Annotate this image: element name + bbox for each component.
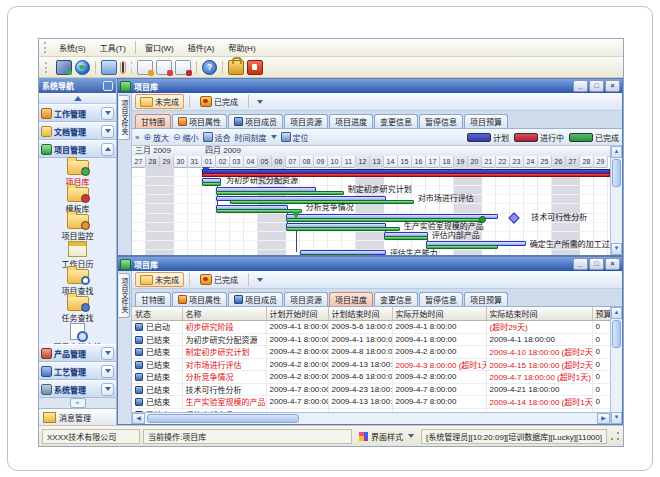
sidebar-item-0[interactable]: 项目库	[66, 160, 90, 187]
sidebar-section-2[interactable]: 项目管理	[39, 140, 116, 158]
folder-open-icon[interactable]	[101, 60, 117, 75]
resize-grip[interactable]	[610, 431, 620, 441]
table-row[interactable]: 已结束生产实验室规模的产品2009-4-7 8:00:002009-4-13 1…	[132, 396, 610, 409]
sidebar-item-5[interactable]: 任务查找	[62, 296, 94, 323]
task-done-bar[interactable]	[216, 191, 344, 195]
sidebar-item-3[interactable]: 工作日历	[62, 241, 94, 269]
globe-icon[interactable]	[75, 60, 90, 75]
filter-button-1[interactable]: 已完成	[195, 272, 243, 287]
sidebar-collapse-button[interactable]	[39, 93, 116, 104]
table-vertical-scrollbar[interactable]	[610, 307, 622, 424]
tab-项目预算[interactable]: 项目预算	[464, 292, 508, 306]
tab-甘特图[interactable]: 甘特图	[135, 292, 171, 306]
close-button[interactable]: ×	[605, 80, 620, 92]
column-header-6[interactable]: 预算	[592, 307, 610, 321]
table-row[interactable]: 已结束制定初步研究计划2009-4-2 8:00:002009-4-8 18:0…	[132, 346, 610, 359]
close-button[interactable]: ×	[605, 258, 620, 270]
tab-暂停信息[interactable]: 暂停信息	[419, 114, 463, 128]
scroll-up-icon[interactable]	[611, 307, 622, 319]
filter-active-button-0[interactable]: 未完成	[135, 272, 184, 287]
save-icon[interactable]	[122, 62, 124, 73]
scroll-left-icon[interactable]	[132, 413, 145, 424]
lock-icon[interactable]	[228, 60, 244, 75]
scroll-down-icon[interactable]	[611, 243, 622, 255]
section-toggle-button[interactable]	[101, 347, 114, 360]
table-row[interactable]: 已结束分析竞争情况2009-4-2 8:00:002009-4-6 18:00:…	[132, 371, 610, 384]
task-done-bar[interactable]	[286, 227, 400, 231]
tab-项目成员[interactable]: 项目成员	[228, 292, 283, 306]
gantt-chart[interactable]: 三月 2009四月 200927282930310102030405060708…	[132, 146, 610, 255]
section-toggle-button[interactable]	[101, 143, 114, 156]
sidebar-section-3[interactable]: 产品管理	[39, 344, 116, 362]
section-toggle-button[interactable]	[101, 125, 114, 138]
column-header-1[interactable]: 名称	[182, 307, 266, 321]
column-header-2[interactable]: 计划开始时间	[266, 307, 328, 321]
sidebar-section-4[interactable]: 工艺管理	[39, 362, 116, 380]
menu-item-2[interactable]: 窗口(W)	[138, 41, 181, 54]
task-done-bar[interactable]	[300, 254, 372, 255]
save-button-highlight[interactable]	[120, 61, 126, 74]
filter-button-1[interactable]: 已完成	[195, 94, 243, 109]
tab-项目资源[interactable]: 项目资源	[284, 292, 328, 306]
sidebar-item-4[interactable]: 项目查找	[62, 269, 94, 296]
tab-项目资源[interactable]: 项目资源	[284, 114, 328, 128]
table-row[interactable]: 已结束对市场进行评估2009-4-2 8:00:002009-4-13 18:0…	[132, 358, 610, 371]
task-done-bar[interactable]	[216, 209, 302, 213]
help-icon[interactable]	[202, 60, 217, 75]
sidebar-section-0[interactable]: 工作管理	[39, 104, 116, 122]
task-done-bar[interactable]	[202, 182, 221, 186]
table-row[interactable]: 已启动初步研究阶段2009-4-1 8:00:002009-5-6 18:00:…	[132, 321, 610, 334]
toolbar-overflow-button[interactable]: »	[135, 133, 139, 142]
timescale-dropdown[interactable]: 时间刻度	[235, 132, 277, 143]
sidebar-item-1[interactable]: 模板库	[66, 187, 90, 214]
maximize-button[interactable]: □	[589, 258, 604, 270]
tab-项目预算[interactable]: 项目预算	[464, 114, 508, 128]
table-row[interactable]: 已结束技术可行性分析2009-4-7 8:00:002009-4-23 18:0…	[132, 383, 610, 396]
tab-变更信息[interactable]: 变更信息	[374, 292, 418, 306]
project-folder-vertical-tab[interactable]: 项目文件夹	[119, 273, 130, 318]
filter-overflow-button[interactable]	[254, 96, 265, 107]
project-folder-vertical-tab[interactable]: 项目文件夹	[119, 95, 130, 140]
section-toggle-button[interactable]	[101, 365, 114, 378]
column-header-0[interactable]: 状态	[132, 307, 182, 321]
pin-icon[interactable]	[103, 81, 113, 91]
minimize-button[interactable]: _	[573, 258, 588, 270]
table-row[interactable]: 已结束为初步研究分配资源2009-4-1 8:00:002009-4-1 18:…	[132, 333, 610, 346]
tab-项目属性[interactable]: 项目属性	[172, 292, 227, 306]
menu-item-3[interactable]: 插件(A)	[181, 41, 222, 54]
table-window-titlebar[interactable]: 项目库 _ □ ×	[118, 257, 622, 271]
tab-项目属性[interactable]: 项目属性	[172, 114, 227, 128]
scroll-up-icon[interactable]	[611, 146, 622, 158]
tab-项目成员[interactable]: 项目成员	[228, 114, 283, 128]
monitor-icon[interactable]	[56, 60, 72, 75]
table-horizontal-scrollbar[interactable]	[132, 412, 610, 424]
doc-check-icon[interactable]	[156, 60, 172, 75]
menu-item-1[interactable]: 工具(T)	[93, 41, 133, 54]
exit-icon[interactable]	[247, 60, 263, 75]
scroll-right-icon[interactable]	[597, 413, 610, 424]
column-header-5[interactable]: 实际结束时间	[486, 307, 592, 321]
tab-变更信息[interactable]: 变更信息	[374, 114, 418, 128]
sidebar-tab-messages[interactable]: 消息管理	[39, 408, 116, 425]
fit-button[interactable]: 适合	[203, 132, 231, 143]
tab-项目进度[interactable]: 项目进度	[329, 292, 373, 306]
filter-active-button-0[interactable]: 未完成	[135, 94, 184, 109]
column-header-3[interactable]: 计划结束时间	[328, 307, 392, 321]
column-header-4[interactable]: 实际开始时间	[392, 307, 486, 321]
doc-new-icon[interactable]	[137, 60, 153, 75]
zoom-in-button[interactable]: ⊕放大	[143, 132, 169, 143]
scroll-down-icon[interactable]	[611, 412, 622, 424]
tab-暂停信息[interactable]: 暂停信息	[419, 292, 463, 306]
locate-button[interactable]: 定位	[281, 132, 309, 143]
section-toggle-button[interactable]	[101, 383, 114, 396]
gantt-window-titlebar[interactable]: 项目库 _ □ ×	[118, 79, 622, 93]
section-toggle-button[interactable]	[101, 107, 114, 120]
menubar-drag-handle[interactable]	[44, 42, 49, 53]
zoom-out-button[interactable]: ⊖缩小	[173, 132, 199, 143]
scrollbar-thumb[interactable]	[612, 159, 621, 187]
doc-delete-icon[interactable]	[175, 60, 191, 75]
tab-项目进度[interactable]: 项目进度	[329, 114, 373, 128]
maximize-button[interactable]: □	[589, 80, 604, 92]
toolbar-drag-handle[interactable]	[45, 62, 50, 73]
sidebar-section-1[interactable]: 文档管理	[39, 122, 116, 140]
